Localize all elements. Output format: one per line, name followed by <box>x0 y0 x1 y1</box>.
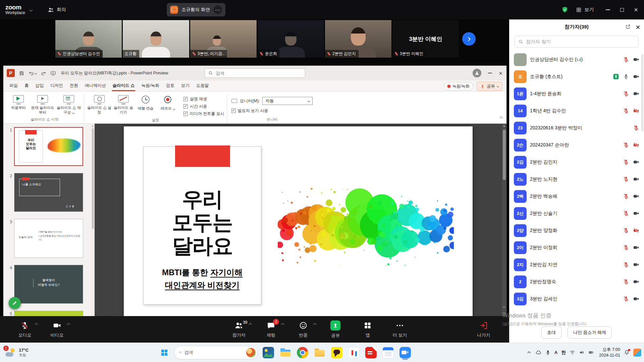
slide-thumbnail[interactable] <box>14 311 83 316</box>
from-current-slide-button[interactable]: 현재 슬라이드부터 <box>30 94 55 115</box>
toolbar-button[interactable]: 더 보기 <box>384 316 416 343</box>
notification-bell-icon[interactable] <box>624 350 630 355</box>
previous-slide-button[interactable] <box>503 306 505 309</box>
video-tile[interactable]: 3분반, 이기금.. <box>190 20 257 58</box>
weather-widget[interactable]: 1 17°C 흐림 <box>0 343 33 362</box>
participant-row[interactable]: 2지 2분반김 지연 <box>509 256 644 273</box>
chevron-up-icon[interactable] <box>314 321 316 327</box>
close-button[interactable] <box>634 6 638 13</box>
presenter-view-checkbox[interactable]: 발표자 보기 사용 <box>231 108 313 114</box>
slide-scrollbar[interactable]: ▲ <box>502 124 506 316</box>
taskbar-app-icon[interactable] <box>398 345 413 360</box>
view-button[interactable]: 보기 <box>576 7 594 13</box>
ime-korean-indicator[interactable]: 한 <box>561 350 566 356</box>
record-slideshow-button[interactable]: 레코드 <box>157 94 178 111</box>
close-button[interactable] <box>499 70 502 76</box>
security-shield-icon[interactable] <box>561 6 569 13</box>
play-narrations-checkbox[interactable]: 설명 재생 <box>183 96 224 102</box>
toolbar-button[interactable]: 39 참가자 <box>223 316 255 343</box>
invite-button[interactable]: 초대 <box>541 326 561 339</box>
participant-row[interactable]: 2양 2분반 양정화 <box>509 222 644 239</box>
slide-thumbnail[interactable]: 오늘의 강의 MBTI를 통한 자기이해성격유형별 특성 이해 (대인관계와 비… <box>14 219 83 258</box>
menu-tab[interactable]: 녹음/녹화 <box>138 80 162 91</box>
tray-chevron-up-icon[interactable] <box>526 350 532 355</box>
menu-tab[interactable]: 도움말 <box>193 80 212 91</box>
participant-row[interactable]: 23 202320616 3분반 박정미 <box>509 119 644 136</box>
tray-widget-icon[interactable] <box>633 349 641 357</box>
chevron-up-icon[interactable] <box>35 321 38 327</box>
chevron-up-icon[interactable] <box>281 321 284 327</box>
taskbar-app-icon[interactable] <box>364 345 378 360</box>
toolbar-button[interactable]: 비디오 <box>41 316 73 343</box>
slide-thumbnail[interactable]: 혈액형이어떻게 되세요? <box>14 265 83 304</box>
participant-row[interactable]: 인권상담센터 김수인 (나) <box>509 51 644 68</box>
panel-scrollbar[interactable] <box>641 54 643 131</box>
minimize-button[interactable] <box>606 9 610 10</box>
menu-tab[interactable]: 삽입 <box>32 80 47 91</box>
onedrive-icon[interactable] <box>536 350 541 355</box>
participant-row[interactable]: 1윤 1-4분반 윤승희 <box>509 85 644 102</box>
search-input[interactable] <box>216 71 302 76</box>
toolbar-button[interactable]: 반응 <box>287 316 319 343</box>
custom-slideshow-button[interactable]: 슬라이드 쇼 재구성 <box>56 94 81 115</box>
participant-row[interactable]: 2신 2분반 신슬기 <box>509 205 644 222</box>
redo-icon[interactable] <box>41 70 46 76</box>
leave-button[interactable]: 나가기 <box>468 316 500 343</box>
menu-tab[interactable]: 전환 <box>66 80 82 91</box>
menu-tab[interactable]: 슬라이드 쇼 <box>109 80 138 91</box>
office-search-box[interactable] <box>205 68 305 78</box>
account-avatar[interactable] <box>473 69 481 77</box>
use-timings-checkbox[interactable]: 시간 사용 <box>183 104 224 109</box>
chevron-down-icon[interactable] <box>29 8 33 11</box>
thumbnail-scrollbar[interactable]: ▲ <box>91 124 94 316</box>
current-slide[interactable]: 우리 모두는 달라요 MBTI를 통한 자기이해 대인관계와 비전찾기 <box>124 126 473 316</box>
from-beginning-button[interactable]: 처음부터 <box>8 94 29 110</box>
search-highlight-image[interactable] <box>246 348 256 357</box>
hide-slide-button[interactable]: 슬라이드 숨기기 <box>113 94 134 115</box>
menu-tab[interactable]: 보기 <box>178 80 193 91</box>
wifi-icon[interactable] <box>570 350 575 355</box>
video-tile[interactable]: 인권상담센터 김수인 <box>55 20 122 58</box>
participant-row[interactable]: 2이 2분반 이정희 <box>509 239 644 256</box>
participant-row[interactable]: 2손 202420347 손아란 <box>509 136 644 154</box>
next-videos-button[interactable] <box>462 32 476 46</box>
monitor-select[interactable]: 자동 <box>262 97 313 105</box>
participant-row[interactable]: 2 2분반정명숙 <box>509 273 644 290</box>
taskbar-clock[interactable]: 오후 7:00 2024-11-01 <box>599 347 620 358</box>
scroll-up-arrow[interactable]: ▲ <box>91 124 94 128</box>
record-toggle-button[interactable]: 녹음/녹화 <box>444 82 473 90</box>
share-button[interactable]: 공유 <box>477 82 502 91</box>
menu-tab[interactable]: 디자인 <box>47 80 67 91</box>
toolbar-button[interactable]: 앱 <box>352 316 384 343</box>
close-panel-button[interactable] <box>636 23 640 31</box>
next-slide-button[interactable] <box>503 311 505 314</box>
taskbar-app-icon[interactable] <box>312 345 327 360</box>
participant-row[interactable]: 14 1학년 4반 김수민 <box>509 102 644 119</box>
toolbar-button[interactable]: 2 채팅 <box>255 316 287 343</box>
rehearse-timings-button[interactable]: 예행 연습 <box>135 94 156 111</box>
toolbar-button[interactable]: 오디오 <box>9 316 41 343</box>
scrollbar-thumb[interactable] <box>503 130 506 180</box>
shared-screen-tab[interactable]: 조규황의 화면 <box>167 3 225 16</box>
participant-row[interactable]: 2노 2분반 노지현 <box>509 171 644 188</box>
taskbar-app-icon[interactable] <box>381 345 395 360</box>
unmute-myself-button[interactable]: 나만 음소거 해제 <box>568 326 612 339</box>
participant-search-input[interactable] <box>526 39 635 44</box>
taskbar-app-icon[interactable] <box>346 345 361 360</box>
video-tile[interactable]: 조규황 <box>123 20 189 58</box>
setup-slideshow-button[interactable]: 슬라이드 쇼 설정 <box>87 94 112 115</box>
taskbar-app-icon[interactable] <box>295 345 310 360</box>
chevron-up-icon[interactable] <box>249 321 252 327</box>
toolbar-button[interactable]: 공유 <box>319 316 352 343</box>
menu-tab[interactable]: 홈 <box>21 80 32 91</box>
minimize-button[interactable] <box>488 73 492 73</box>
participant-row[interactable]: 2백 2분반 백승혜 <box>509 188 644 205</box>
tray-mic-icon[interactable] <box>545 350 551 355</box>
taskbar-search-input[interactable] <box>184 350 244 355</box>
share-options-button[interactable] <box>213 5 222 14</box>
save-icon[interactable] <box>19 70 24 76</box>
popout-icon[interactable] <box>625 24 631 29</box>
scrollbar-thumb[interactable] <box>92 128 94 229</box>
video-tile[interactable]: 윤은희 <box>258 20 324 58</box>
menu-tab[interactable]: 검토 <box>163 80 178 91</box>
